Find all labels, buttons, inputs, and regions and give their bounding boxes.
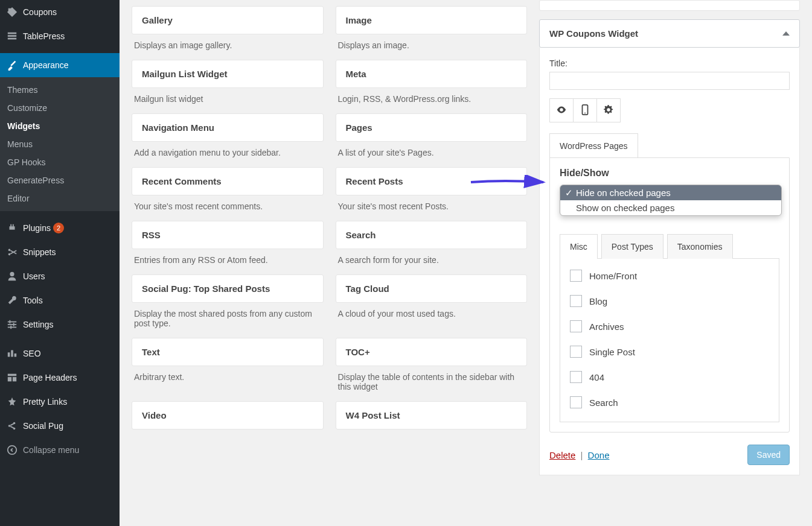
delete-link[interactable]: Delete — [549, 450, 575, 460]
plug-icon — [6, 222, 18, 234]
gear-icon — [603, 104, 614, 117]
checkbox-row[interactable]: Archives — [570, 320, 769, 332]
checkbox-row[interactable]: Single Post — [570, 346, 769, 358]
checkbox-row[interactable]: 404 — [570, 371, 769, 383]
submenu-widgets[interactable]: Widgets — [0, 117, 120, 135]
svg-point-15 — [8, 425, 11, 427]
sidebar-item-snippets[interactable]: Snippets — [0, 240, 120, 264]
inner-tab-taxonomies[interactable]: Taxonomies — [667, 234, 733, 259]
checkbox[interactable] — [570, 371, 582, 383]
sidebar-label: Social Pug — [23, 421, 63, 431]
widget-item[interactable]: Tag Cloud — [336, 274, 528, 303]
sidebar-item-pretty-links[interactable]: Pretty Links — [0, 390, 120, 414]
layout-icon — [6, 372, 18, 384]
widget-item[interactable]: RSS — [132, 221, 324, 249]
tag-icon — [6, 6, 18, 18]
sidebar-label: Settings — [23, 320, 54, 329]
sidebar-item-plugins[interactable]: Plugins 2 — [0, 216, 120, 240]
widget-item[interactable]: Mailgun List Widget — [132, 60, 324, 88]
svg-rect-6 — [8, 322, 16, 323]
table-icon — [6, 30, 18, 42]
widget-item[interactable]: Pages — [336, 113, 528, 142]
widget-description: Your site's most recent comments. — [132, 195, 324, 215]
widget-panel-header[interactable]: WP Coupons Widget — [539, 19, 800, 48]
available-widgets: GalleryDisplays an image gallery.ImageDi… — [132, 0, 539, 526]
brush-icon — [6, 59, 18, 71]
sidebar-item-appearance[interactable]: Appearance — [0, 53, 120, 77]
user-icon — [6, 270, 18, 282]
checkbox-row[interactable]: Search — [570, 396, 769, 408]
settings-tab[interactable] — [596, 98, 621, 122]
checkbox[interactable] — [570, 295, 582, 307]
submenu-customize[interactable]: Customize — [0, 99, 120, 117]
widget-description: Login, RSS, & WordPress.org links. — [336, 88, 528, 107]
checkbox-row[interactable]: Blog — [570, 295, 769, 307]
widget-item[interactable]: W4 Post List — [336, 401, 528, 429]
device-tabs — [549, 98, 790, 122]
widget-item[interactable]: TOC+ — [336, 338, 528, 366]
checkbox-label: Search — [589, 398, 618, 408]
svg-rect-13 — [8, 377, 11, 381]
widget-item[interactable]: Navigation Menu — [132, 113, 324, 142]
saved-button[interactable]: Saved — [747, 445, 790, 465]
widget-item[interactable]: Meta — [336, 60, 528, 88]
inner-tab-post-types[interactable]: Post Types — [601, 234, 663, 259]
wrench-icon — [6, 294, 18, 306]
sidebar-item-coupons[interactable]: Coupons — [0, 0, 120, 24]
sidebar-item-users[interactable]: Users — [0, 264, 120, 288]
checkbox[interactable] — [570, 346, 582, 358]
submenu-themes[interactable]: Themes — [0, 81, 120, 99]
widget-panel-body: Title: WordPress Pages Hide/Show — [539, 48, 800, 475]
widget-item[interactable]: Video — [132, 401, 324, 429]
sidebar-label: Pretty Links — [23, 397, 67, 407]
widget-description: Arbitrary text. — [132, 366, 324, 385]
sidebar-label: Coupons — [23, 7, 57, 17]
title-input[interactable] — [549, 72, 790, 90]
mobile-tab[interactable] — [573, 98, 597, 122]
dropdown-option-show[interactable]: Show on checked pages — [560, 200, 781, 215]
checkbox-label: 404 — [589, 372, 604, 382]
widget-item[interactable]: Image — [336, 6, 528, 34]
checkbox[interactable] — [570, 270, 582, 282]
admin-sidebar: Coupons TablePress Appearance Themes Cus… — [0, 0, 120, 526]
sidebar-item-settings[interactable]: Settings — [0, 312, 120, 337]
widget-description: A list of your site's Pages. — [336, 142, 528, 161]
svg-rect-0 — [8, 33, 16, 34]
done-link[interactable]: Done — [588, 450, 610, 460]
hide-show-select[interactable]: Hide on checked pages Show on checked pa… — [560, 185, 779, 201]
appearance-submenu: Themes Customize Widgets Menus GP Hooks … — [0, 77, 120, 211]
checkbox[interactable] — [570, 396, 582, 408]
submenu-gp-hooks[interactable]: GP Hooks — [0, 153, 120, 171]
widget-item[interactable]: Social Pug: Top Shared Posts — [132, 274, 324, 303]
submenu-generatepress[interactable]: GeneratePress — [0, 171, 120, 189]
svg-rect-2 — [8, 38, 16, 40]
sidebar-label: Plugins — [23, 223, 51, 233]
sidebar-label: Appearance — [23, 60, 69, 70]
svg-point-3 — [8, 249, 11, 252]
sidebar-item-tools[interactable]: Tools — [0, 288, 120, 312]
sidebar-collapse[interactable]: Collapse menu — [0, 438, 120, 462]
eye-icon — [556, 104, 567, 117]
star-icon — [6, 396, 18, 408]
sidebar-item-tablepress[interactable]: TablePress — [0, 24, 120, 48]
dropdown-option-hide[interactable]: Hide on checked pages — [560, 185, 781, 200]
submenu-editor[interactable]: Editor — [0, 189, 120, 208]
widget-item[interactable]: Gallery — [132, 6, 324, 34]
visibility-tab[interactable] — [549, 98, 574, 122]
widget-item[interactable]: Text — [132, 338, 324, 366]
submenu-menus[interactable]: Menus — [0, 135, 120, 153]
svg-rect-11 — [10, 326, 11, 329]
scissors-icon — [6, 246, 18, 258]
checkbox[interactable] — [570, 320, 582, 332]
widget-description: Add a navigation menu to your sidebar. — [132, 142, 324, 161]
svg-point-4 — [8, 253, 11, 256]
widget-item[interactable]: Search — [336, 221, 528, 249]
widget-item[interactable]: Recent Comments — [132, 167, 324, 195]
sidebar-item-social-pug[interactable]: Social Pug — [0, 414, 120, 438]
sidebar-item-seo[interactable]: SEO — [0, 341, 120, 366]
svg-point-20 — [584, 112, 586, 113]
checkbox-row[interactable]: Home/Front — [570, 270, 769, 282]
sidebar-item-page-headers[interactable]: Page Headers — [0, 366, 120, 390]
inner-tab-misc[interactable]: Misc — [560, 234, 598, 259]
wordpress-pages-tab[interactable]: WordPress Pages — [549, 133, 638, 158]
